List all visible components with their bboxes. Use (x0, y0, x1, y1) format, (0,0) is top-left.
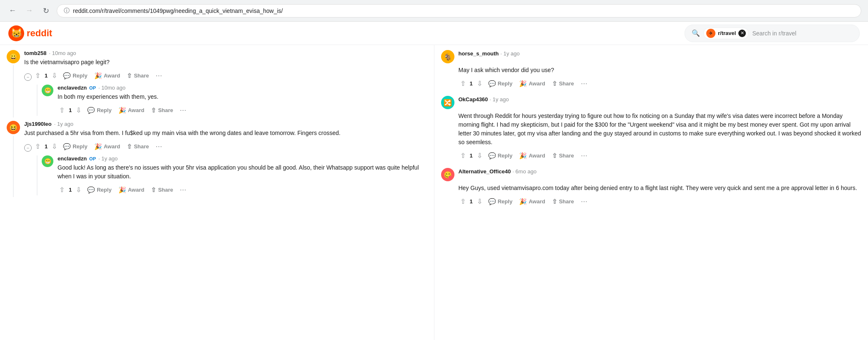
reply-author-1: enclavedzn (58, 85, 87, 91)
comment-text-2: Just purchased a 5hr visa from them. I f… (24, 129, 427, 138)
downvote-2[interactable]: ⇩ (50, 141, 59, 152)
reply-comment-1: 😁 enclavedzn OP · 10mo ago In both my ex… (42, 85, 427, 116)
right-share-icon-3: ⇧ (552, 198, 557, 205)
right-comment-meta-2: OkCap4360 · 1y ago (459, 96, 509, 102)
reddit-logo[interactable]: 😸 reddit (8, 25, 52, 41)
avatar-enclavedzn-2: 😁 (42, 155, 53, 167)
right-award-icon-3: 🎉 (519, 198, 527, 205)
right-downvote-1[interactable]: ⇩ (475, 78, 484, 89)
reply-icon-1: 💬 (63, 72, 71, 80)
award-button-1[interactable]: 🎉 Award (92, 70, 123, 81)
right-comment-header-1: 🐐 horse_s_mouth · 1y ago (441, 50, 862, 63)
address-bar[interactable]: ⓘ reddit.com/r/travel/comments/1049pwg/n… (57, 4, 861, 18)
back-button[interactable]: ← (7, 5, 18, 17)
right-more-button-3[interactable]: ⋯ (578, 196, 590, 207)
more-button-2[interactable]: ⋯ (153, 141, 165, 152)
share-button-2[interactable]: ⇧ Share (124, 141, 151, 152)
right-actions-3: ⇧ 1 ⇩ 💬 Reply 🎉 Award ⇧ Share ⋯ (459, 196, 862, 207)
avatar-tomb258: 😀 (7, 50, 20, 63)
reply-downvote-1[interactable]: ⇩ (74, 105, 83, 116)
award-icon-2: 🎉 (94, 143, 102, 150)
right-author-2: OkCap4360 (459, 96, 488, 102)
reddit-logo-text: reddit (27, 28, 52, 39)
award-button-2[interactable]: 🎉 Award (92, 141, 123, 152)
right-reply-icon-2: 💬 (488, 152, 496, 160)
right-reply-icon-3: 💬 (488, 198, 496, 205)
reply-reply-button-2[interactable]: 💬 Reply (85, 185, 114, 195)
reply-button-2[interactable]: 💬 Reply (60, 141, 90, 152)
search-bar[interactable]: 🔍 ✈ r/travel ✕ Search in r/travel (685, 25, 860, 42)
right-award-button-3[interactable]: 🎉 Award (517, 196, 548, 207)
reply-reply-icon-1: 💬 (87, 107, 95, 114)
comment-left-2: 😆 (7, 121, 20, 197)
right-share-button-1[interactable]: ⇧ Share (549, 78, 577, 89)
forward-button[interactable]: → (23, 5, 35, 17)
upvote-2[interactable]: ⇧ (33, 141, 42, 152)
browser-chrome: ← → ↻ ⓘ reddit.com/r/travel/comments/104… (0, 0, 868, 22)
reply-share-button-2[interactable]: ⇧ Share (148, 185, 176, 195)
avatar-okcap4360: 🔀 (441, 96, 454, 109)
right-actions-2: ⇧ 1 ⇩ 💬 Reply 🎉 Award ⇧ Share ⋯ (459, 150, 862, 161)
reply-actions-1: ⇧ 1 ⇩ 💬 Reply 🎉 Award (58, 105, 427, 116)
reply-upvote-2[interactable]: ⇧ (58, 184, 66, 195)
right-award-button-1[interactable]: 🎉 Award (517, 78, 548, 89)
right-share-button-3[interactable]: ⇧ Share (549, 196, 577, 207)
subreddit-close-button[interactable]: ✕ (738, 30, 746, 37)
share-button-1[interactable]: ⇧ Share (124, 70, 151, 81)
reply-reply-button-1[interactable]: 💬 Reply (85, 105, 114, 116)
right-text-2: Went through Reddit for hours yesterday … (459, 112, 862, 147)
collapse-button-2[interactable]: − (24, 144, 32, 152)
more-button-1[interactable]: ⋯ (153, 70, 165, 81)
right-upvote-1[interactable]: ⇧ (459, 78, 467, 89)
reply-author-2: enclavedzn (58, 155, 87, 162)
comment-left-1: 😀 (7, 50, 20, 118)
right-reply-button-2[interactable]: 💬 Reply (486, 150, 515, 161)
comment-author-2: Jjs1990leo (24, 121, 52, 127)
reply-reply-icon-2: 💬 (87, 186, 95, 194)
reply-award-button-2[interactable]: 🎉 Award (116, 185, 147, 195)
reply-upvote-1[interactable]: ⇧ (58, 105, 66, 116)
right-actions-1: ⇧ 1 ⇩ 💬 Reply 🎉 Award ⇧ Share ⋯ (459, 78, 862, 89)
right-upvote-2[interactable]: ⇧ (459, 150, 467, 161)
right-vote-count-1: 1 (470, 80, 473, 87)
comment-time-2: · 1y ago (54, 121, 73, 127)
downvote-1[interactable]: ⇩ (50, 70, 59, 81)
right-more-button-1[interactable]: ⋯ (578, 78, 590, 89)
vote-count-1: 1 (45, 72, 48, 79)
right-reply-button-3[interactable]: 💬 Reply (486, 196, 515, 207)
reply-button-1[interactable]: 💬 Reply (60, 70, 90, 81)
reply-more-button-1[interactable]: ⋯ (177, 105, 189, 116)
upvote-1[interactable]: ⇧ (33, 70, 42, 81)
reply-icon-2: 💬 (63, 143, 71, 150)
collapse-button-1[interactable]: − (24, 73, 32, 81)
right-author-1: horse_s_mouth (459, 50, 499, 57)
subreddit-avatar: ✈ (706, 29, 715, 38)
right-vote-count-3: 1 (470, 198, 473, 205)
right-more-button-2[interactable]: ⋯ (578, 150, 590, 161)
right-share-button-2[interactable]: ⇧ Share (549, 150, 577, 161)
right-upvote-3[interactable]: ⇧ (459, 196, 467, 207)
comment-actions-2: − ⇧ 1 ⇩ 💬 Reply 🎉 Award ⇧ (24, 141, 427, 152)
reply-share-button-1[interactable]: ⇧ Share (148, 105, 176, 116)
reply-body-1: enclavedzn OP · 10mo ago In both my expe… (58, 85, 427, 116)
award-icon-1: 🎉 (94, 72, 102, 80)
comment-1: 😀 tomb258 · 10mo ago Is the vietnamvisap… (7, 50, 427, 118)
right-downvote-2[interactable]: ⇩ (475, 150, 484, 161)
subreddit-pill[interactable]: ✈ r/travel ✕ (703, 28, 749, 39)
reply-more-button-2[interactable]: ⋯ (177, 184, 189, 195)
avatar-horse-s-mouth: 🐐 (441, 50, 454, 63)
reply-award-icon-2: 🎉 (118, 186, 126, 194)
right-award-icon-1: 🎉 (519, 80, 527, 88)
refresh-button[interactable]: ↻ (40, 5, 52, 17)
reply-award-button-1[interactable]: 🎉 Award (116, 105, 147, 116)
right-comment-header-3: 😋 Alternative_Office40 · 6mo ago (441, 168, 862, 181)
reply-downvote-2[interactable]: ⇩ (74, 184, 83, 195)
right-reply-button-1[interactable]: 💬 Reply (486, 78, 515, 89)
comment-thread-2: 😆 Jjs1990leo · 1y ago Just purchased a 5… (7, 121, 427, 197)
reply-body-2: enclavedzn OP · 1y ago Good luck! As lon… (58, 155, 427, 195)
reddit-header: 😸 reddit 🔍 ✈ r/travel ✕ Search in r/trav… (0, 22, 868, 45)
right-downvote-3[interactable]: ⇩ (475, 196, 484, 207)
right-award-button-2[interactable]: 🎉 Award (517, 150, 548, 161)
search-icon: 🔍 (692, 29, 700, 37)
right-share-icon-2: ⇧ (552, 152, 557, 160)
